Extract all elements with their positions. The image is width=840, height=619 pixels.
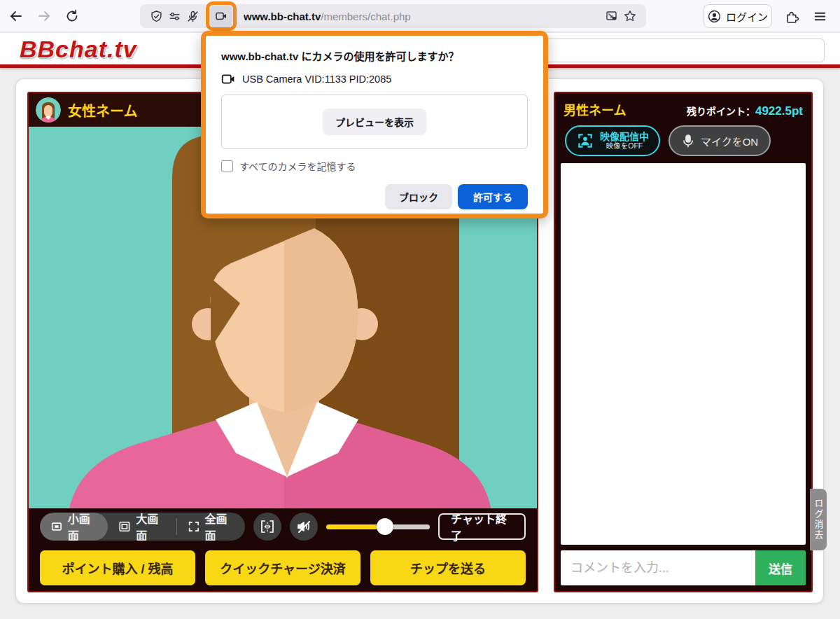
large-screen-label: 大画面 [136, 513, 166, 541]
points-value: 4922.5pt [755, 104, 803, 118]
menu-hamburger-icon[interactable] [809, 6, 830, 27]
large-screen-button[interactable]: 大画面 [108, 513, 176, 541]
points-label: 残りポイント： [687, 106, 755, 117]
shield-check-icon[interactable] [147, 7, 165, 25]
performer-avatar [36, 97, 61, 123]
show-preview-button[interactable]: プレビューを表示 [323, 109, 426, 135]
screen-size-segmented-control: 小画面 大画面 全画面 [40, 513, 245, 541]
pip-icon[interactable] [603, 7, 621, 25]
remember-cameras-label: すべてのカメラを記憶する [239, 159, 356, 173]
camera-device-name: USB Camera VID:1133 PID:2085 [242, 74, 391, 85]
clear-log-tab[interactable]: ログ消去 [810, 489, 827, 550]
send-button[interactable]: 送信 [755, 550, 806, 585]
broadcast-person-icon [576, 132, 594, 150]
url-bar[interactable]: www.bb-chat.tv/members/chat.php [140, 4, 646, 28]
buy-points-label: ポイント購入 / 残高 [62, 559, 173, 577]
mute-speaker-button[interactable] [290, 513, 318, 541]
video-controls: 小画面 大画面 全画面 チ [29, 508, 537, 545]
url-host: www.bb-chat.tv [244, 11, 321, 22]
send-tip-button[interactable]: チップを送る [370, 550, 526, 585]
chat-input-row: 送信 [561, 550, 806, 585]
url-text: www.bb-chat.tv/members/chat.php [244, 11, 603, 22]
user-chat-panel: 男性ネーム 残りポイント：4922.5pt 映像配信中 映像をOFF マイクをO… [554, 92, 813, 592]
send-tip-label: チップを送る [410, 559, 486, 577]
browser-toolbar: www.bb-chat.tv/members/chat.php ログイン [0, 0, 840, 32]
mic-on-label: マイクをON [701, 134, 758, 148]
points-remaining: 残りポイント：4922.5pt [687, 104, 803, 118]
quick-charge-button[interactable]: クイックチャージ決済 [205, 550, 360, 585]
login-label: ログイン [726, 9, 768, 24]
broadcast-off-label: 映像をOFF [606, 142, 643, 151]
camera-permission-dialog: www.bb-chat.tv にカメラの使用を許可しますか？ USB Camer… [201, 31, 548, 218]
camera-permission-highlight [206, 1, 237, 31]
buy-points-button[interactable]: ポイント購入 / 残高 [40, 550, 195, 585]
remember-cameras-row: すべてのカメラを記憶する [221, 159, 528, 173]
user-name: 男性ネーム [564, 100, 626, 118]
extensions-puzzle-icon[interactable] [781, 6, 802, 27]
end-chat-label: チャット終了 [451, 510, 513, 543]
bookmark-star-icon[interactable] [621, 7, 639, 25]
performer-name: 女性ネーム [68, 100, 137, 120]
broadcast-status-label: 映像配信中 [600, 132, 649, 142]
chat-log-area[interactable] [561, 163, 806, 545]
forward-icon [34, 6, 55, 27]
end-chat-button[interactable]: チャット終了 [438, 513, 526, 540]
stream-controls: 映像配信中 映像をOFF マイクをON [555, 121, 811, 163]
small-screen-button[interactable]: 小画面 [40, 513, 108, 541]
camera-permission-icon[interactable] [210, 6, 232, 27]
camera-icon [221, 72, 235, 86]
permission-actions: ブロック 許可する [221, 184, 528, 209]
allow-button[interactable]: 許可する [458, 184, 528, 209]
full-screen-button[interactable]: 全画面 [177, 513, 245, 541]
payment-actions: ポイント購入 / 残高 クイックチャージ決済 チップを送る [29, 545, 537, 591]
mic-icon [681, 134, 695, 148]
remember-cameras-checkbox[interactable] [221, 160, 233, 172]
full-screen-label: 全画面 [204, 513, 234, 541]
video-broadcast-toggle[interactable]: 映像配信中 映像をOFF [565, 125, 660, 156]
permissions-icon[interactable] [165, 7, 183, 25]
volume-slider[interactable] [326, 513, 430, 541]
back-icon[interactable] [6, 6, 27, 27]
mirror-flip-button[interactable] [253, 513, 281, 541]
small-screen-label: 小画面 [68, 513, 98, 541]
permission-title: www.bb-chat.tv にカメラの使用を許可しますか？ [221, 48, 528, 63]
quick-charge-label: クイックチャージ決済 [220, 559, 345, 577]
camera-device-row[interactable]: USB Camera VID:1133 PID:2085 [221, 72, 528, 86]
site-logo[interactable]: BBchat.tv [20, 36, 137, 63]
mic-on-toggle[interactable]: マイクをON [668, 125, 771, 156]
mic-muted-icon[interactable] [183, 7, 202, 25]
volume-thumb[interactable] [377, 518, 393, 535]
user-header: 男性ネーム 残りポイント：4922.5pt [555, 93, 811, 121]
camera-preview-box: プレビューを表示 [221, 95, 528, 149]
login-button[interactable]: ログイン [704, 4, 772, 28]
refresh-icon[interactable] [62, 6, 83, 27]
comment-input[interactable] [561, 550, 755, 585]
block-button[interactable]: ブロック [385, 184, 452, 209]
url-path: /members/chat.php [321, 11, 410, 22]
